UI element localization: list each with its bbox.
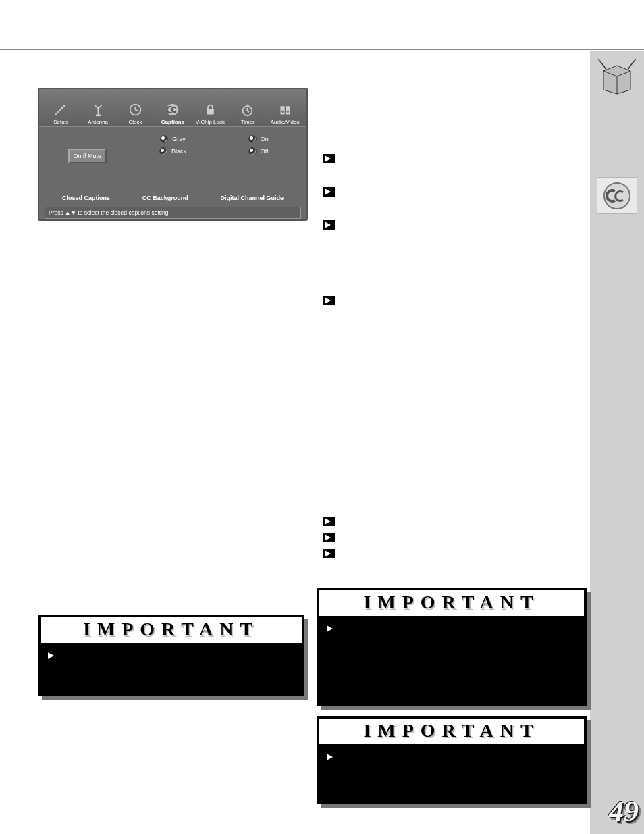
bullet-arrow-icon [325, 752, 337, 762]
closed-captions-button[interactable]: On if Mute [68, 149, 107, 163]
step-arrow-icon [323, 296, 335, 305]
step-arrow-icon [323, 533, 335, 542]
step-arrow-icon [323, 187, 335, 197]
important-box-b: IMPORTANT [317, 588, 587, 706]
important-body [317, 747, 587, 771]
osd-body: On if Mute Gray Black On Off [39, 127, 306, 194]
svg-rect-4 [96, 114, 101, 116]
lock-icon [202, 101, 218, 118]
important-box-a: IMPORTANT [38, 615, 304, 696]
tab-label: Captions [161, 119, 184, 125]
bullet-arrow-icon [46, 651, 58, 660]
osd-panel: Setup Antenna Clock Captions V-Chip Lock… [38, 88, 308, 221]
important-box-c: IMPORTANT [317, 716, 587, 804]
radio-dot-icon [248, 147, 257, 155]
radio-on[interactable]: On [248, 135, 269, 143]
col-label-bg: CC Background [142, 194, 188, 201]
radio-off[interactable]: Off [248, 147, 269, 155]
radio-label: On [261, 136, 269, 142]
radio-label: Gray [172, 136, 186, 142]
timer-icon [240, 101, 256, 118]
important-body [38, 646, 304, 670]
page-sidebar [590, 51, 644, 834]
tab-label: Audio/Video [271, 119, 300, 125]
step-arrow-icon [323, 220, 335, 230]
radio-label: Off [261, 148, 269, 155]
antenna-icon [90, 101, 106, 118]
clock-icon [128, 101, 144, 118]
col-label-cc: Closed Captions [62, 194, 110, 201]
important-body [317, 619, 587, 643]
svg-rect-7 [207, 109, 214, 114]
cc-stamp-icon [597, 177, 637, 214]
bullet-arrow-icon [325, 624, 337, 633]
tab-label: Clock [129, 119, 142, 125]
page-number: 49 [609, 794, 639, 829]
tab-setup[interactable]: Setup [42, 101, 79, 126]
important-title: IMPORTANT [317, 716, 587, 747]
osd-hint-bar: Press ▲▼ to select the closed captions s… [45, 207, 301, 219]
radio-gray[interactable]: Gray [160, 135, 186, 143]
tab-label: Antenna [88, 119, 108, 125]
tab-vchip[interactable]: V-Chip Lock [192, 101, 229, 126]
important-title: IMPORTANT [38, 615, 304, 646]
open-box-icon [597, 57, 637, 95]
tab-label: Timer [241, 119, 254, 125]
wand-icon [53, 101, 69, 118]
tab-clock[interactable]: Clock [117, 101, 154, 126]
step-arrow-icon [323, 154, 335, 163]
radio-dot-icon [159, 147, 167, 155]
tab-captions[interactable]: Captions [154, 101, 191, 126]
radio-black[interactable]: Black [159, 147, 186, 155]
osd-column-labels: Closed Captions CC Background Digital Ch… [39, 194, 306, 204]
tab-antenna[interactable]: Antenna [79, 101, 116, 126]
tab-timer[interactable]: Timer [229, 101, 266, 126]
svg-point-11 [281, 110, 284, 113]
horizontal-rule [0, 49, 644, 50]
col-digital-channel-guide: On Off [215, 135, 301, 194]
radio-dot-icon [248, 135, 257, 143]
radio-label: Black [171, 148, 186, 155]
col-closed-captions: On if Mute [45, 135, 130, 194]
cc-icon [165, 101, 181, 118]
step-arrow-icon [323, 549, 335, 558]
osd-tab-bar: Setup Antenna Clock Captions V-Chip Lock… [39, 89, 306, 127]
svg-point-3 [63, 105, 65, 107]
speakers-icon [277, 101, 293, 118]
tab-label: Setup [53, 119, 68, 125]
radio-dot-icon [160, 135, 168, 143]
tab-label: V-Chip Lock [196, 119, 225, 125]
col-label-dcg: Digital Channel Guide [221, 194, 284, 201]
svg-point-12 [286, 110, 289, 113]
tab-audiovideo[interactable]: Audio/Video [267, 101, 304, 126]
important-title: IMPORTANT [317, 588, 587, 619]
step-arrow-icon [323, 517, 335, 526]
col-cc-background: Gray Black [130, 135, 216, 194]
